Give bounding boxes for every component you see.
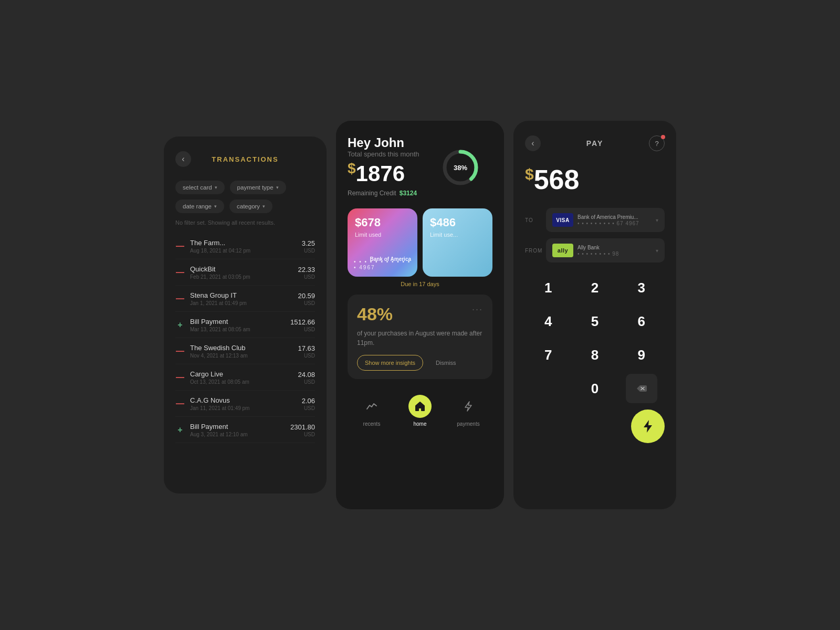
tx-name: The Swedish Club	[190, 344, 298, 352]
tx-info: The Farm... Aug 18, 2021 at 04:12 pm	[190, 239, 302, 254]
notification-dot	[661, 135, 665, 139]
numpad-key-8[interactable]: 8	[579, 340, 611, 370]
dashboard-header: Hey John Total spends this month $1876 R…	[348, 135, 492, 206]
date-range-filter[interactable]: date range ▾	[175, 200, 224, 213]
numpad-key-6[interactable]: 6	[626, 307, 657, 336]
home-icon	[414, 401, 426, 412]
transaction-row[interactable]: — Cargo Live Oct 13, 2021 at 08:05 am 24…	[175, 364, 315, 391]
tx-info: The Swedish Club Nov 4, 2021 at 12:13 am	[190, 344, 298, 359]
tx-type-icon: —	[175, 242, 185, 251]
chevron-down-icon: ▾	[276, 185, 279, 190]
tx-currency: USD	[290, 327, 315, 332]
back-button[interactable]: ‹	[175, 151, 191, 167]
chevron-down-icon: ▾	[215, 185, 217, 190]
cards-row: $678 Limit used Bank of America • • • • …	[348, 208, 492, 277]
tx-info: C.A.G Novus Jan 11, 2021 at 01:49 pm	[190, 396, 302, 411]
insight-card: 48% ··· of your purchases in August were…	[348, 295, 492, 379]
pay-submit-row	[525, 410, 665, 443]
to-bank-name: Bank of America Premiu...	[578, 214, 652, 220]
tx-type-icon: —	[175, 294, 185, 303]
to-card-selector[interactable]: VISA Bank of America Premiu... • • • • •…	[546, 208, 665, 232]
tx-name: C.A.G Novus	[190, 396, 302, 404]
tx-value: 17.63	[298, 344, 315, 352]
svg-marker-5	[644, 420, 652, 433]
spend-gauge: 38%	[440, 147, 481, 188]
tx-info: Stena Group IT Jan 1, 2021 at 01:49 pm	[190, 291, 298, 306]
tx-date: Jan 1, 2021 at 01:49 pm	[190, 300, 298, 306]
transaction-row[interactable]: — QuickBit Feb 21, 2021 at 03:05 pm 22.3…	[175, 259, 315, 286]
tx-type-icon: —	[175, 399, 185, 408]
from-card-selector[interactable]: ally Ally Bank • • • • • • • • 98 ▾	[546, 238, 665, 262]
show-more-insights-button[interactable]: Show more insights	[357, 355, 423, 371]
payments-icon-wrap	[457, 395, 480, 418]
numpad-key-5[interactable]: 5	[579, 307, 611, 336]
chevron-down-icon: ▾	[262, 204, 265, 209]
chevron-down-icon: ▾	[656, 217, 658, 223]
tx-amount: 24.08 USD	[298, 370, 315, 385]
transaction-row[interactable]: — Stena Group IT Jan 1, 2021 at 01:49 pm…	[175, 286, 315, 312]
insight-percent: 48%	[357, 304, 393, 324]
category-filter[interactable]: category ▾	[229, 200, 272, 213]
select-card-filter[interactable]: select card ▾	[175, 181, 225, 194]
tx-type-icon: —	[175, 268, 185, 277]
transaction-row[interactable]: — C.A.G Novus Jan 11, 2021 at 01:49 pm 2…	[175, 391, 315, 417]
numpad-key-2[interactable]: 2	[579, 273, 611, 302]
to-card-number: • • • • • • • • • 67 4967	[578, 220, 652, 226]
tx-type-icon: —	[175, 346, 185, 356]
nav-recents-label: recents	[363, 421, 381, 427]
card-bank-of-america[interactable]: $678 Limit used Bank of America • • • • …	[348, 208, 417, 277]
pay-back-button[interactable]: ‹	[525, 135, 541, 151]
transaction-row[interactable]: + Bill Payment Aug 3, 2021 at 12:10 am 2…	[175, 417, 315, 443]
recents-icon-wrap	[360, 395, 383, 418]
transaction-row[interactable]: + Bill Payment Mar 13, 2021 at 08:05 am …	[175, 312, 315, 338]
tx-currency: USD	[290, 432, 315, 437]
tx-currency: USD	[298, 379, 315, 385]
pay-title: PAY	[586, 139, 603, 148]
numpad-key-1[interactable]: 1	[532, 273, 564, 302]
tx-name: Bill Payment	[190, 318, 290, 326]
nav-home[interactable]: home	[408, 395, 432, 427]
pay-header: ‹ PAY ?	[525, 135, 665, 151]
numpad-key-9[interactable]: 9	[626, 340, 657, 370]
card-number-1: • • • • • • • • • • • • 4967	[354, 259, 411, 270]
dismiss-button[interactable]: Dismiss	[428, 355, 464, 371]
tx-value: 1512.66	[290, 318, 315, 326]
tx-name: Bill Payment	[190, 423, 290, 430]
pay-dollar-sign: $	[525, 165, 534, 183]
transaction-row[interactable]: — The Farm... Aug 18, 2021 at 04:12 pm 3…	[175, 233, 315, 259]
numpad-key-0[interactable]: 0	[579, 374, 611, 403]
insight-text: of your purchases in August were made af…	[357, 329, 483, 348]
nav-payments-label: payments	[457, 421, 479, 427]
from-bank-name: Ally Bank	[578, 244, 652, 251]
tx-value: 3.25	[302, 239, 315, 247]
tx-date: Mar 13, 2021 at 08:05 am	[190, 327, 290, 332]
tx-name: Cargo Live	[190, 370, 298, 378]
numpad-key-7[interactable]: 7	[532, 340, 564, 370]
help-button[interactable]: ?	[649, 135, 665, 151]
numpad-row: 123	[525, 273, 665, 302]
tx-amount: 22.33 USD	[298, 265, 315, 280]
payment-type-filter[interactable]: payment type ▾	[230, 181, 286, 194]
transaction-row[interactable]: — The Swedish Club Nov 4, 2021 at 12:13 …	[175, 338, 315, 364]
tx-amount: 20.59 USD	[298, 291, 315, 306]
tx-date: Oct 13, 2021 at 08:05 am	[190, 379, 298, 385]
filter-row-2: date range ▾ category ▾	[175, 200, 315, 213]
question-icon: ?	[655, 140, 658, 148]
bolt-icon	[463, 401, 474, 412]
tx-date: Aug 3, 2021 at 12:10 am	[190, 432, 290, 437]
home-icon-wrap	[408, 395, 432, 418]
nav-payments[interactable]: payments	[457, 395, 480, 427]
nav-recents[interactable]: recents	[360, 395, 383, 427]
numpad-row: 0	[525, 374, 665, 403]
pay-submit-button[interactable]	[631, 410, 665, 443]
pay-from-row: FROM ally Ally Bank • • • • • • • • 98 ▾	[525, 238, 665, 262]
numpad-backspace-key[interactable]	[626, 374, 657, 403]
numpad-key-4[interactable]: 4	[532, 307, 564, 336]
ally-logo: ally	[552, 244, 573, 257]
to-label: TO	[525, 217, 546, 223]
numpad-key-3[interactable]: 3	[626, 273, 657, 302]
tx-amount: 17.63 USD	[298, 343, 315, 359]
more-options-icon[interactable]: ···	[472, 304, 483, 315]
card-secondary[interactable]: $486 Limit use...	[423, 208, 492, 277]
tx-amount: 2.06 USD	[302, 396, 315, 411]
